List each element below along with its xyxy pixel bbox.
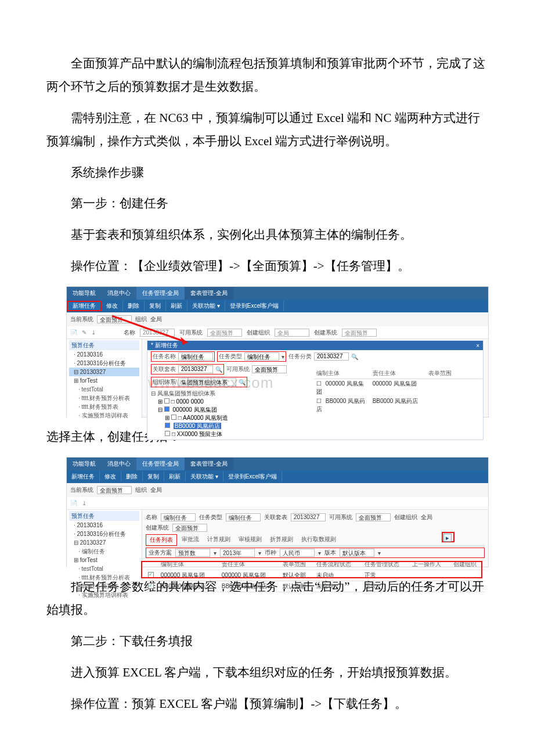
- search-icon[interactable]: 🔍: [351, 354, 358, 360]
- curr-label: 币种: [265, 549, 276, 557]
- related-button[interactable]: 关联功能 ▾: [186, 471, 223, 482]
- play-highlight: ▸: [442, 532, 454, 542]
- tree-node[interactable]: · tttt.财务预算分析表: [69, 573, 139, 582]
- refresh-button[interactable]: 刷新: [166, 301, 187, 311]
- cell: 默认全部: [280, 581, 314, 592]
- tree-node[interactable]: · 20130316: [69, 521, 139, 530]
- excel-login-button[interactable]: 登录到Excel客户端: [225, 301, 284, 311]
- watermark: www.bodocx.com: [148, 374, 273, 392]
- tab-msg[interactable]: 消息中心: [102, 287, 136, 300]
- tree-node[interactable]: · 实施预算培训样表: [69, 591, 139, 599]
- create-org-input[interactable]: 全局: [275, 329, 309, 337]
- rel-label: 关联套表: [264, 513, 287, 521]
- subtab-approve[interactable]: 审批流: [178, 534, 203, 546]
- side-tree: 预算任务 · 20130316 · 20130316分析任务 ⊟ 2013032…: [67, 510, 142, 582]
- tree-node-selected[interactable]: ⊟ 20130327: [69, 368, 139, 376]
- biz-select[interactable]: 预算数: [175, 549, 210, 557]
- tree-node[interactable]: · 实施预算培训样表: [69, 411, 139, 420]
- tree-node[interactable]: ⊞ □ AA0000 凤凰制造: [151, 414, 479, 422]
- subtab-tasklist[interactable]: 任务列表: [146, 534, 177, 546]
- screenshot-task-detail: 功能导航 消息中心 任务管理-全局 套表管理-全局 新增任务 修改 删除 复制 …: [66, 457, 489, 567]
- play-icon[interactable]: ▸: [443, 534, 452, 542]
- use-sys-input2[interactable]: 全面预算: [252, 365, 287, 373]
- ver-select[interactable]: 默认版本: [340, 549, 374, 557]
- subtab-convert[interactable]: 折算规则: [266, 534, 297, 546]
- tree-node[interactable]: ⊟ 20130327: [69, 538, 139, 547]
- cell: BB0000 凤凰药店: [370, 397, 427, 414]
- tab-suite[interactable]: 套表管理-全局: [185, 458, 233, 470]
- cur-sys-input[interactable]: 全面预算: [97, 486, 132, 494]
- edit-button[interactable]: 修改: [100, 471, 121, 482]
- paragraph: 操作位置：【企业绩效管理】->【全面预算】->【任务管理】。: [46, 255, 488, 278]
- edit-button[interactable]: 修改: [102, 301, 123, 311]
- export-icon[interactable]: ⤓: [91, 329, 96, 336]
- col-header: 责任主体: [370, 368, 427, 379]
- name-input[interactable]: 20130327: [140, 329, 175, 337]
- delete-button[interactable]: 删除: [123, 301, 145, 311]
- tree-node[interactable]: · tttt.财务预算表: [69, 402, 139, 411]
- paragraph: 基于套表和预算组织体系，实例化出具体预算主体的编制任务。: [46, 224, 488, 247]
- tab-nav[interactable]: 功能导航: [67, 287, 102, 300]
- year-select[interactable]: 2013年: [220, 549, 255, 557]
- copy-button[interactable]: 复制: [145, 301, 166, 311]
- create-sys-input[interactable]: 全面预算: [342, 329, 377, 337]
- tree-node[interactable]: · 20130316分析任务: [69, 530, 139, 538]
- tree-header: 预算任务: [69, 511, 139, 521]
- curr-select[interactable]: 人民币: [280, 549, 315, 557]
- task-name-input[interactable]: 编制任务: [178, 352, 213, 361]
- name-label: 名称: [146, 513, 157, 521]
- excel-login-button[interactable]: 登录到Excel客户端: [223, 471, 282, 482]
- icon-bar: 📄 ⤓: [67, 497, 488, 510]
- cur-sys-input[interactable]: 全面预算: [97, 315, 132, 323]
- tree-node-selected[interactable]: BB0000 凤凰药店: [151, 422, 479, 430]
- edit-icon[interactable]: ✎: [82, 329, 86, 336]
- tree-node[interactable]: · 20130316: [69, 350, 139, 359]
- tree-node-selected[interactable]: · 编制任务: [69, 547, 139, 556]
- filter-icon[interactable]: 📄: [70, 500, 77, 506]
- export-icon[interactable]: ⤓: [82, 500, 86, 506]
- cur-sys-label: 当前系统: [70, 315, 93, 323]
- filter-icon[interactable]: 📄: [70, 329, 77, 336]
- name-label: 名称: [124, 329, 135, 337]
- refresh-button[interactable]: 刷新: [164, 471, 186, 482]
- table-row: ☐ 000000 凤凰集团 000000 凤凰集团: [314, 379, 482, 397]
- new-task-button[interactable]: 新增任务: [67, 301, 102, 311]
- table-row[interactable]: BB0000 凤凰药店 BB0000 凤凰药店 默认全部 未启动 正常: [146, 581, 485, 592]
- task-type-select[interactable]: 编制任务: [244, 352, 279, 361]
- cell: BB0000 凤凰药店: [158, 581, 219, 592]
- tree-node[interactable]: ⊞ forTest: [69, 376, 139, 385]
- subtab-calc[interactable]: 计算规则: [204, 534, 234, 546]
- use-sys-input[interactable]: 全面预算: [207, 329, 242, 337]
- tree-node[interactable]: · tttt.财务预算表: [69, 582, 139, 591]
- org-label: 组织: [135, 486, 147, 494]
- checkbox[interactable]: [148, 583, 154, 589]
- csys-value: 全面预算: [172, 524, 207, 532]
- tree-node[interactable]: · testTotal: [69, 564, 139, 573]
- tree-node[interactable]: □ XX0000 预留主体: [151, 430, 479, 438]
- type-value: 编制任务: [226, 513, 261, 521]
- close-icon[interactable]: ×: [476, 343, 479, 349]
- tree-node[interactable]: · testTotal: [69, 385, 139, 394]
- rel-sheet-input[interactable]: 20130327: [178, 365, 213, 373]
- related-button[interactable]: 关联功能 ▾: [187, 301, 225, 311]
- tree-node[interactable]: · 20130316分析任务: [69, 359, 139, 368]
- tab-task[interactable]: 任务管理-全局: [136, 287, 185, 300]
- tree-node[interactable]: · tttt.财务预算分析表: [69, 394, 139, 402]
- subtab-audit[interactable]: 审核规则: [235, 534, 265, 546]
- tab-nav[interactable]: 功能导航: [67, 458, 102, 470]
- tab-msg[interactable]: 消息中心: [102, 458, 136, 470]
- tab-task[interactable]: 任务管理-全局: [136, 458, 185, 470]
- tab-suite[interactable]: 套表管理-全局: [185, 287, 233, 300]
- filter-bar: 当前系统 全面预算 组织 全局: [67, 312, 488, 326]
- screenshot-task-create: 功能导航 消息中心 任务管理-全局 套表管理-全局 新增任务 修改 删除 复制 …: [66, 286, 489, 417]
- copy-button[interactable]: 复制: [143, 471, 164, 482]
- tabbar: 功能导航 消息中心 任务管理-全局 套表管理-全局: [67, 458, 488, 470]
- task-cat-input[interactable]: 20130327: [314, 352, 349, 361]
- subtab-exec[interactable]: 执行取数规则: [298, 534, 340, 546]
- delete-button[interactable]: 删除: [121, 471, 143, 482]
- heading: 第一步：创建任务: [46, 192, 488, 215]
- new-task-button[interactable]: 新增任务: [67, 471, 100, 482]
- corg-value: 全局: [421, 513, 432, 521]
- search-icon[interactable]: 🔍: [215, 366, 222, 373]
- tree-node[interactable]: ⊞ forTest: [69, 556, 139, 564]
